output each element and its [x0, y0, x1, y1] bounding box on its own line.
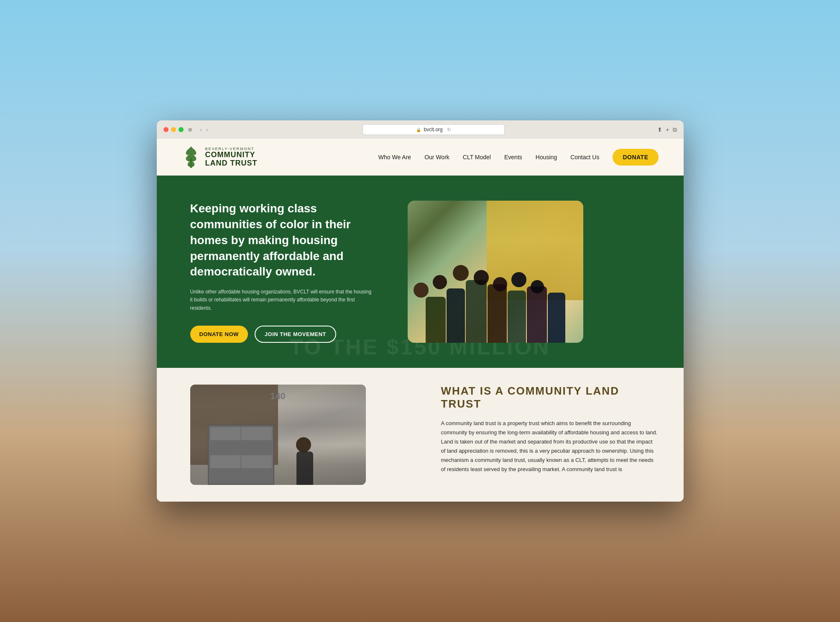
nav-who-we-are[interactable]: Who We Are	[378, 154, 411, 161]
url-text: bvclt.org	[424, 127, 442, 133]
hero-community-photo	[408, 201, 583, 343]
hero-headline: Keeping working class communities of col…	[190, 201, 374, 280]
hero-buttons: DONATE NOW JOIN THE MOVEMENT	[190, 326, 374, 343]
fullscreen-button[interactable]	[179, 127, 184, 132]
new-tab-icon[interactable]: +	[666, 126, 669, 133]
browser-window: ⊞ ‹ › 🔒 bvclt.org ↻ ⬆ + ⧉	[157, 120, 684, 502]
url-input[interactable]: 🔒 bvclt.org ↻	[363, 124, 505, 135]
clt-info-section: WHAT IS A COMMUNITY LAND TRUST A communi…	[424, 368, 684, 502]
title-bar: ⊞ ‹ › 🔒 bvclt.org ↻ ⬆ + ⧉	[157, 120, 684, 139]
below-hero-section: 140	[157, 368, 684, 502]
share-icon[interactable]: ⬆	[657, 126, 662, 133]
site-nav: Who We Are Our Work CLT Model Events Hou…	[378, 149, 659, 166]
svg-point-2	[193, 154, 194, 156]
hero-join-button[interactable]: JOIN THE MOVEMENT	[255, 326, 336, 343]
lock-icon: 🔒	[416, 127, 421, 132]
back-button[interactable]: ‹	[199, 125, 204, 134]
clt-section-title: WHAT IS A COMMUNITY LAND TRUST	[441, 385, 659, 410]
titlebar-right-controls: ⬆ + ⧉	[657, 126, 677, 133]
svg-point-3	[187, 158, 188, 159]
svg-point-1	[188, 154, 189, 156]
hero-donate-button[interactable]: DONATE NOW	[190, 326, 248, 343]
website-content: BEVERLY-VERMONT COMMUNITY LAND TRUST Who…	[157, 139, 684, 502]
logo-area[interactable]: BEVERLY-VERMONT COMMUNITY LAND TRUST	[182, 145, 258, 169]
nav-contact-us[interactable]: Contact Us	[570, 154, 599, 161]
nav-events[interactable]: Events	[504, 154, 522, 161]
nav-arrows: ‹ ›	[199, 125, 210, 134]
tabs-icon[interactable]: ⧉	[673, 126, 677, 133]
donate-button[interactable]: DONATE	[613, 149, 658, 166]
below-left: 140	[157, 368, 424, 502]
building-photo: 140	[190, 385, 366, 485]
traffic-lights	[163, 127, 184, 132]
svg-point-4	[194, 158, 195, 159]
nav-housing[interactable]: Housing	[536, 154, 557, 161]
nav-our-work[interactable]: Our Work	[424, 154, 449, 161]
reload-icon[interactable]: ↻	[447, 127, 451, 133]
hero-subtext: Unlike other affordable housing organiza…	[190, 288, 374, 312]
forward-button[interactable]: ›	[204, 125, 210, 134]
logo-text: BEVERLY-VERMONT COMMUNITY LAND TRUST	[205, 147, 258, 168]
logo-icon	[182, 145, 200, 169]
hero-image-area	[399, 176, 600, 368]
clt-section-body: A community land trust is a property tru…	[441, 419, 659, 474]
hero-content: Keeping working class communities of col…	[157, 176, 399, 368]
site-header: BEVERLY-VERMONT COMMUNITY LAND TRUST Who…	[157, 139, 684, 176]
close-button[interactable]	[163, 127, 169, 132]
nav-clt-model[interactable]: CLT Model	[463, 154, 491, 161]
hero-section: TO THE $150 MILLION Keeping working clas…	[157, 176, 684, 368]
address-bar: 🔒 bvclt.org ↻	[213, 124, 654, 135]
logo-main-text: COMMUNITY LAND TRUST	[205, 151, 258, 168]
sidebar-toggle-icon[interactable]: ⊞	[187, 126, 194, 133]
minimize-button[interactable]	[171, 127, 176, 132]
